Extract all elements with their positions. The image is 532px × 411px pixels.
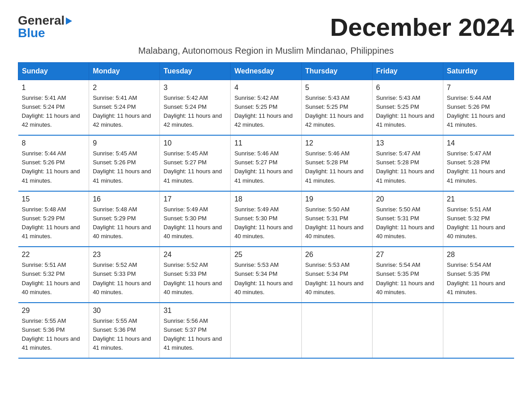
logo-blue-text: Blue <box>18 26 45 40</box>
day-number: 16 <box>93 195 156 203</box>
day-info: Sunrise: 5:50 AMSunset: 5:31 PMDaylight:… <box>305 205 369 241</box>
day-number: 9 <box>93 139 156 147</box>
calendar-day-cell: 18Sunrise: 5:49 AMSunset: 5:30 PMDayligh… <box>231 191 301 247</box>
day-info: Sunrise: 5:41 AMSunset: 5:24 PMDaylight:… <box>93 94 156 130</box>
header-tuesday: Tuesday <box>160 62 231 80</box>
day-info: Sunrise: 5:46 AMSunset: 5:28 PMDaylight:… <box>305 149 369 185</box>
day-info: Sunrise: 5:52 AMSunset: 5:33 PMDaylight:… <box>93 261 156 297</box>
calendar-day-cell: 29Sunrise: 5:55 AMSunset: 5:36 PMDayligh… <box>18 303 89 359</box>
calendar-day-cell: 2Sunrise: 5:41 AMSunset: 5:24 PMDaylight… <box>89 80 160 135</box>
day-number: 13 <box>376 139 439 147</box>
day-number: 22 <box>22 251 86 259</box>
logo: General Blue <box>18 13 72 40</box>
day-info: Sunrise: 5:49 AMSunset: 5:30 PMDaylight:… <box>163 205 227 241</box>
day-info: Sunrise: 5:47 AMSunset: 5:28 PMDaylight:… <box>447 149 511 185</box>
calendar-day-cell: 16Sunrise: 5:48 AMSunset: 5:29 PMDayligh… <box>89 191 160 247</box>
calendar-week-row: 8Sunrise: 5:44 AMSunset: 5:26 PMDaylight… <box>18 135 514 191</box>
day-number: 3 <box>163 84 227 92</box>
calendar-day-cell <box>231 303 301 359</box>
day-number: 11 <box>234 139 297 147</box>
day-info: Sunrise: 5:51 AMSunset: 5:32 PMDaylight:… <box>447 205 511 241</box>
calendar-day-cell: 20Sunrise: 5:50 AMSunset: 5:31 PMDayligh… <box>372 191 443 247</box>
calendar-day-cell <box>372 303 443 359</box>
calendar-day-cell: 25Sunrise: 5:53 AMSunset: 5:34 PMDayligh… <box>231 247 301 303</box>
calendar-day-cell: 19Sunrise: 5:50 AMSunset: 5:31 PMDayligh… <box>301 191 372 247</box>
calendar-day-cell: 28Sunrise: 5:54 AMSunset: 5:35 PMDayligh… <box>443 247 514 303</box>
day-number: 28 <box>447 251 511 259</box>
calendar-day-cell: 17Sunrise: 5:49 AMSunset: 5:30 PMDayligh… <box>160 191 231 247</box>
day-number: 24 <box>163 251 227 259</box>
calendar-day-cell: 14Sunrise: 5:47 AMSunset: 5:28 PMDayligh… <box>443 135 514 191</box>
day-number: 15 <box>22 195 86 203</box>
day-number: 4 <box>234 84 297 92</box>
calendar-day-cell: 9Sunrise: 5:45 AMSunset: 5:26 PMDaylight… <box>89 135 160 191</box>
day-info: Sunrise: 5:45 AMSunset: 5:27 PMDaylight:… <box>163 149 227 185</box>
day-info: Sunrise: 5:53 AMSunset: 5:34 PMDaylight:… <box>305 261 369 297</box>
day-number: 19 <box>305 195 369 203</box>
header-sunday: Sunday <box>18 62 89 80</box>
day-info: Sunrise: 5:46 AMSunset: 5:27 PMDaylight:… <box>234 149 297 185</box>
title-area: December 2024 <box>330 13 514 41</box>
day-number: 8 <box>22 139 86 147</box>
day-number: 14 <box>447 139 511 147</box>
calendar-day-cell: 10Sunrise: 5:45 AMSunset: 5:27 PMDayligh… <box>160 135 231 191</box>
day-number: 27 <box>376 251 439 259</box>
month-title: December 2024 <box>330 13 514 41</box>
day-number: 7 <box>447 84 511 92</box>
day-info: Sunrise: 5:48 AMSunset: 5:29 PMDaylight:… <box>93 205 156 241</box>
day-number: 31 <box>163 307 227 315</box>
calendar-table: SundayMondayTuesdayWednesdayThursdayFrid… <box>18 62 514 359</box>
day-info: Sunrise: 5:43 AMSunset: 5:25 PMDaylight:… <box>376 94 439 130</box>
day-info: Sunrise: 5:55 AMSunset: 5:36 PMDaylight:… <box>93 317 156 353</box>
day-number: 17 <box>163 195 227 203</box>
day-info: Sunrise: 5:43 AMSunset: 5:25 PMDaylight:… <box>305 94 369 130</box>
day-number: 1 <box>22 84 86 92</box>
day-number: 18 <box>234 195 297 203</box>
header-friday: Friday <box>372 62 443 80</box>
calendar-day-cell: 22Sunrise: 5:51 AMSunset: 5:32 PMDayligh… <box>18 247 89 303</box>
subtitle-container: Malabang, Autonomous Region in Muslim Mi… <box>18 46 514 56</box>
calendar-day-cell: 3Sunrise: 5:42 AMSunset: 5:24 PMDaylight… <box>160 80 231 135</box>
calendar-day-cell: 21Sunrise: 5:51 AMSunset: 5:32 PMDayligh… <box>443 191 514 247</box>
calendar-day-cell: 11Sunrise: 5:46 AMSunset: 5:27 PMDayligh… <box>231 135 301 191</box>
calendar-day-cell: 6Sunrise: 5:43 AMSunset: 5:25 PMDaylight… <box>372 80 443 135</box>
day-number: 21 <box>447 195 511 203</box>
calendar-week-row: 1Sunrise: 5:41 AMSunset: 5:24 PMDaylight… <box>18 80 514 135</box>
day-info: Sunrise: 5:54 AMSunset: 5:35 PMDaylight:… <box>447 261 511 297</box>
day-number: 12 <box>305 139 369 147</box>
header-thursday: Thursday <box>301 62 372 80</box>
calendar-day-cell: 4Sunrise: 5:42 AMSunset: 5:25 PMDaylight… <box>231 80 301 135</box>
day-number: 26 <box>305 251 369 259</box>
calendar-day-cell <box>443 303 514 359</box>
day-info: Sunrise: 5:53 AMSunset: 5:34 PMDaylight:… <box>234 261 297 297</box>
day-info: Sunrise: 5:41 AMSunset: 5:24 PMDaylight:… <box>22 94 86 130</box>
day-number: 2 <box>93 84 156 92</box>
header-saturday: Saturday <box>443 62 514 80</box>
calendar-day-cell: 30Sunrise: 5:55 AMSunset: 5:36 PMDayligh… <box>89 303 160 359</box>
day-number: 23 <box>93 251 156 259</box>
calendar-day-cell: 7Sunrise: 5:44 AMSunset: 5:26 PMDaylight… <box>443 80 514 135</box>
calendar-week-row: 29Sunrise: 5:55 AMSunset: 5:36 PMDayligh… <box>18 303 514 359</box>
day-info: Sunrise: 5:49 AMSunset: 5:30 PMDaylight:… <box>234 205 297 241</box>
day-info: Sunrise: 5:44 AMSunset: 5:26 PMDaylight:… <box>447 94 511 130</box>
day-number: 30 <box>93 307 156 315</box>
calendar-day-cell: 23Sunrise: 5:52 AMSunset: 5:33 PMDayligh… <box>89 247 160 303</box>
calendar-day-cell: 8Sunrise: 5:44 AMSunset: 5:26 PMDaylight… <box>18 135 89 191</box>
calendar-day-cell: 31Sunrise: 5:56 AMSunset: 5:37 PMDayligh… <box>160 303 231 359</box>
calendar-day-cell: 26Sunrise: 5:53 AMSunset: 5:34 PMDayligh… <box>301 247 372 303</box>
day-info: Sunrise: 5:55 AMSunset: 5:36 PMDaylight:… <box>22 317 86 353</box>
calendar-day-cell: 1Sunrise: 5:41 AMSunset: 5:24 PMDaylight… <box>18 80 89 135</box>
day-info: Sunrise: 5:47 AMSunset: 5:28 PMDaylight:… <box>376 149 439 185</box>
header-monday: Monday <box>89 62 160 80</box>
calendar-day-cell: 27Sunrise: 5:54 AMSunset: 5:35 PMDayligh… <box>372 247 443 303</box>
calendar-day-cell: 15Sunrise: 5:48 AMSunset: 5:29 PMDayligh… <box>18 191 89 247</box>
calendar-day-cell: 5Sunrise: 5:43 AMSunset: 5:25 PMDaylight… <box>301 80 372 135</box>
header: General Blue December 2024 <box>18 13 514 41</box>
day-number: 25 <box>234 251 297 259</box>
calendar-header-row: SundayMondayTuesdayWednesdayThursdayFrid… <box>18 62 514 80</box>
day-info: Sunrise: 5:42 AMSunset: 5:25 PMDaylight:… <box>234 94 297 130</box>
header-wednesday: Wednesday <box>231 62 301 80</box>
calendar-week-row: 15Sunrise: 5:48 AMSunset: 5:29 PMDayligh… <box>18 191 514 247</box>
day-info: Sunrise: 5:48 AMSunset: 5:29 PMDaylight:… <box>22 205 86 241</box>
day-number: 5 <box>305 84 369 92</box>
